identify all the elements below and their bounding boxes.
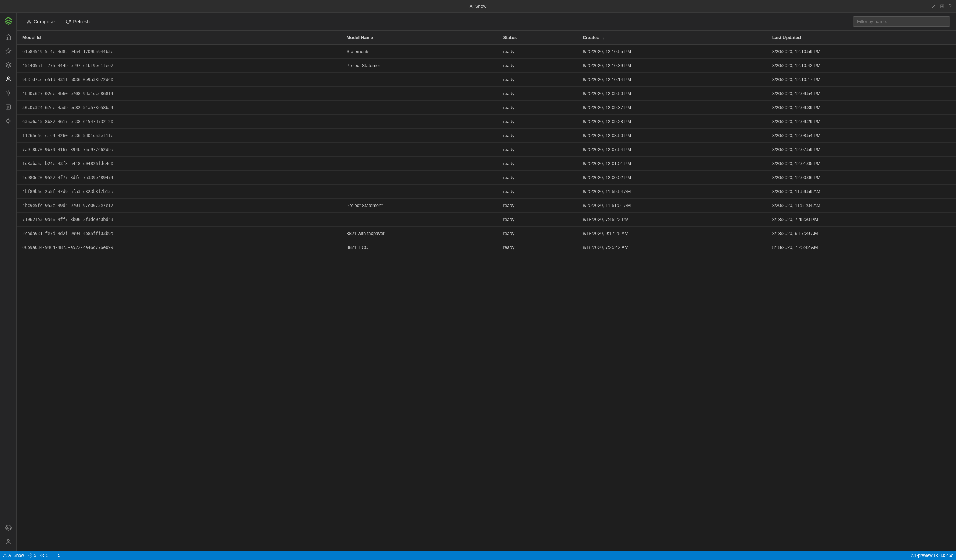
cell-created: 8/20/2020, 12:09:28 PM: [577, 115, 766, 129]
cell-created: 8/20/2020, 12:09:37 PM: [577, 101, 766, 115]
table-row[interactable]: 710621e3-9a46-4ff7-8b06-2f3de0c0bd43 rea…: [17, 212, 956, 227]
cell-model-id: 2d980e20-9527-4f77-8dfc-7a339e489474: [17, 171, 341, 184]
col-header-created[interactable]: Created ↓: [577, 31, 766, 45]
cell-model-name: [341, 184, 498, 198]
cell-last-updated: 8/20/2020, 11:59:59 AM: [767, 184, 956, 198]
cell-model-name: Statements: [341, 45, 498, 59]
cell-model-name: [341, 143, 498, 157]
cell-created: 8/18/2020, 7:45:22 PM: [577, 212, 766, 227]
app-title: AI Show: [470, 3, 486, 9]
cell-model-id: 4bd0c627-02dc-4b60-b708-9da1dcd86814: [17, 87, 341, 101]
table-row[interactable]: 2cada931-fe7d-4d2f-9994-4b85fff03b9a 882…: [17, 227, 956, 241]
cell-model-id: 06b9a034-9464-4873-a522-ca46d776e099: [17, 241, 341, 255]
content: Compose Refresh Model Id Model Name Stat…: [17, 13, 956, 551]
cell-status: ready: [498, 87, 577, 101]
svg-point-14: [7, 540, 9, 541]
table-row[interactable]: 9b3fd7ce-e51d-431f-a036-0e9a38b72d60 rea…: [17, 73, 956, 87]
cell-model-name: [341, 115, 498, 129]
cell-model-name: [341, 212, 498, 227]
sidebar-item-layers[interactable]: [2, 59, 15, 71]
col-header-model-name[interactable]: Model Name: [341, 31, 498, 45]
sidebar-item-bookmark[interactable]: [2, 45, 15, 57]
status-icon1: [28, 553, 33, 558]
cell-model-id: 9b3fd7ce-e51d-431f-a036-0e9a38b72d60: [17, 73, 341, 87]
sidebar-logo: [3, 16, 14, 27]
cell-model-name: 8821 + CC: [341, 241, 498, 255]
cell-last-updated: 8/20/2020, 12:09:54 PM: [767, 87, 956, 101]
sidebar-item-bulb[interactable]: [2, 87, 15, 99]
cell-model-id: 4bf89b6d-2a5f-47d9-afa3-d823b8f7b15a: [17, 184, 341, 198]
cell-created: 8/20/2020, 12:00:02 PM: [577, 171, 766, 184]
cell-model-name: Project Statement: [341, 198, 498, 212]
layout-icon[interactable]: ⊞: [940, 3, 945, 9]
col-header-status[interactable]: Status: [498, 31, 577, 45]
table-row[interactable]: 4bd0c627-02dc-4b60-b708-9da1dcd86814 rea…: [17, 87, 956, 101]
cell-model-name: [341, 129, 498, 143]
cell-model-id: 1d8aba5a-b24c-43f8-a418-d04826fdc4d0: [17, 157, 341, 171]
cell-created: 8/20/2020, 12:10:55 PM: [577, 45, 766, 59]
table-row[interactable]: 4bc9e5fe-953e-49d4-9701-97c0075e7e17 Pro…: [17, 198, 956, 212]
cell-created: 8/20/2020, 12:01:01 PM: [577, 157, 766, 171]
cell-created: 8/20/2020, 11:51:01 AM: [577, 198, 766, 212]
svg-point-16: [4, 554, 6, 555]
cell-last-updated: 8/20/2020, 12:00:06 PM: [767, 171, 956, 184]
svg-point-18: [30, 555, 31, 556]
table-row[interactable]: 30c0c324-67ec-4adb-bc82-54a578e58ba4 rea…: [17, 101, 956, 115]
sidebar-item-account[interactable]: [2, 536, 15, 548]
cell-model-id: 635a6a45-8b87-4617-bf38-64547d732f20: [17, 115, 341, 129]
svg-point-13: [7, 527, 9, 529]
table-row[interactable]: 451405af-f775-444b-bf97-e1bf9ed1fee7 Pro…: [17, 59, 956, 73]
col-header-last-updated[interactable]: Last Updated: [767, 31, 956, 45]
cell-last-updated: 8/18/2020, 7:25:42 AM: [767, 241, 956, 255]
cell-last-updated: 8/20/2020, 12:10:59 PM: [767, 45, 956, 59]
cell-created: 8/20/2020, 12:10:14 PM: [577, 73, 766, 87]
status-count1: 5: [28, 553, 36, 558]
help-icon[interactable]: ?: [949, 3, 952, 9]
cell-created: 8/20/2020, 12:10:39 PM: [577, 59, 766, 73]
cell-model-name: [341, 87, 498, 101]
refresh-button[interactable]: Refresh: [61, 17, 94, 27]
cell-status: ready: [498, 241, 577, 255]
status-count1-value: 5: [34, 553, 36, 558]
cell-status: ready: [498, 198, 577, 212]
sidebar-item-home[interactable]: [2, 31, 15, 43]
table-row[interactable]: 2d980e20-9527-4f77-8dfc-7a339e489474 rea…: [17, 171, 956, 184]
refresh-label: Refresh: [73, 19, 90, 24]
status-count2-value: 5: [46, 553, 48, 558]
cell-model-name: [341, 171, 498, 184]
status-app-name: AI Show: [3, 553, 24, 558]
table-row[interactable]: 1d8aba5a-b24c-43f8-a418-d04826fdc4d0 rea…: [17, 157, 956, 171]
svg-rect-20: [53, 554, 56, 557]
col-header-model-id[interactable]: Model Id: [17, 31, 341, 45]
models-table: Model Id Model Name Status Created ↓ Las…: [17, 31, 956, 255]
status-count3-value: 5: [58, 553, 60, 558]
sidebar-item-plug[interactable]: [2, 115, 15, 127]
cell-status: ready: [498, 101, 577, 115]
cell-created: 8/18/2020, 7:25:42 AM: [577, 241, 766, 255]
compose-button[interactable]: Compose: [22, 17, 59, 27]
table-row[interactable]: 11265e6c-cfc4-4260-bf36-5d01d53ef1fc rea…: [17, 129, 956, 143]
table-row[interactable]: 06b9a034-9464-4873-a522-ca46d776e099 882…: [17, 241, 956, 255]
cell-model-name: Project Statement: [341, 59, 498, 73]
table-row[interactable]: 635a6a45-8b87-4617-bf38-64547d732f20 rea…: [17, 115, 956, 129]
status-count2: 5: [40, 553, 48, 558]
cell-model-name: [341, 157, 498, 171]
cell-status: ready: [498, 59, 577, 73]
compose-icon: [27, 19, 31, 24]
table-row[interactable]: 4bf89b6d-2a5f-47d9-afa3-d823b8f7b15a rea…: [17, 184, 956, 198]
sidebar-item-settings[interactable]: [2, 522, 15, 534]
sidebar-item-person[interactable]: [2, 73, 15, 85]
filter-input[interactable]: [852, 16, 950, 27]
table-row[interactable]: e1b84549-5f4c-4d8c-9454-1709b5944b3c Sta…: [17, 45, 956, 59]
status-icon3: [52, 553, 57, 558]
svg-point-2: [7, 77, 9, 79]
share-icon[interactable]: ↗: [931, 3, 936, 9]
cell-last-updated: 8/18/2020, 7:45:30 PM: [767, 212, 956, 227]
cell-status: ready: [498, 171, 577, 184]
table-row[interactable]: 7a9f8b70-9b79-4167-894b-75e977662dba rea…: [17, 143, 956, 157]
svg-marker-0: [6, 49, 11, 53]
sidebar-item-doc[interactable]: [2, 101, 15, 113]
status-version: 2.1-preview.1-530545c: [911, 553, 953, 558]
cell-status: ready: [498, 143, 577, 157]
cell-status: ready: [498, 212, 577, 227]
